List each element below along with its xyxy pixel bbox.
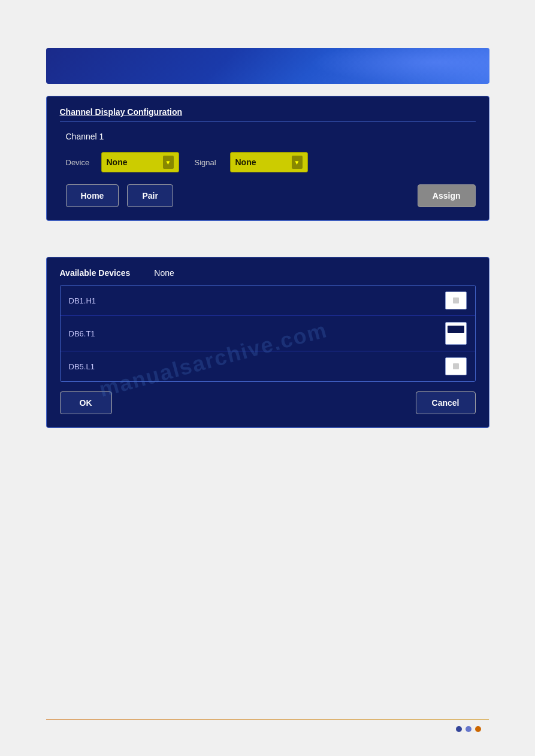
footer-dot-1 (456, 726, 462, 732)
footer-dot-3 (475, 726, 481, 732)
assign-button[interactable]: Assign (418, 184, 476, 207)
signal-dropdown-arrow[interactable] (292, 156, 303, 169)
home-button[interactable]: Home (66, 184, 119, 207)
dialog-footer: OK Cancel (60, 391, 476, 414)
db6-bar-top (448, 326, 464, 333)
channel-config-panel: Channel Display Configuration Channel 1 … (46, 96, 489, 221)
footer-line (46, 719, 489, 720)
available-current-value: None (154, 268, 174, 278)
device-dropdown[interactable]: None (101, 152, 179, 172)
footer-dots (456, 726, 481, 732)
device-name-db6t1: DB6.T1 (69, 329, 445, 338)
main-content: Channel Display Configuration Channel 1 … (46, 96, 489, 428)
indicator-dot-db5l1 (453, 363, 459, 369)
cancel-button[interactable]: Cancel (416, 391, 476, 414)
signal-dropdown-value: None (235, 157, 289, 167)
device-indicator-db5l1 (445, 357, 467, 375)
ok-button[interactable]: OK (60, 391, 112, 414)
device-name-db1h1: DB1.H1 (69, 296, 445, 305)
indicator-dot-db1h1 (453, 297, 459, 303)
available-header: Available Devices None (60, 268, 476, 278)
top-banner (46, 48, 489, 84)
signal-label: Signal (195, 158, 222, 167)
footer-dot-2 (466, 726, 471, 732)
channel-label: Channel 1 (66, 132, 476, 141)
device-signal-row: Device None Signal None (66, 152, 476, 172)
available-title: Available Devices (60, 268, 131, 278)
device-label: Device (66, 158, 93, 167)
device-list: DB1.H1 DB6.T1 DB5.L1 (60, 285, 476, 382)
device-row-db1h1[interactable]: DB1.H1 (61, 286, 475, 316)
signal-dropdown[interactable]: None (230, 152, 308, 172)
device-row-db6t1[interactable]: DB6.T1 (61, 316, 475, 351)
device-dropdown-arrow[interactable] (163, 156, 174, 169)
device-indicator-db1h1 (445, 292, 467, 309)
available-devices-panel: Available Devices None DB1.H1 DB6.T1 (46, 257, 489, 428)
device-name-db5l1: DB5.L1 (69, 362, 445, 371)
device-dropdown-value: None (107, 157, 161, 167)
db6-bar-bottom (448, 334, 464, 341)
device-indicator-db6t1 (445, 322, 467, 345)
action-buttons-row: Home Pair Assign (66, 184, 476, 207)
pair-button[interactable]: Pair (127, 184, 173, 207)
panel1-title: Channel Display Configuration (60, 107, 476, 122)
device-row-db5l1[interactable]: DB5.L1 (61, 351, 475, 381)
